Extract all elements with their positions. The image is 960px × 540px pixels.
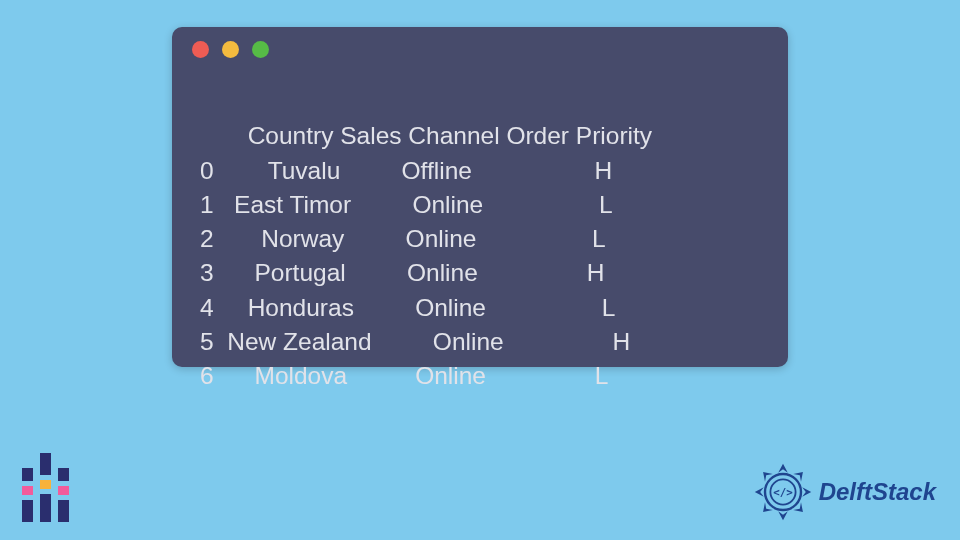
table-header: Country Sales Channel Order Priority <box>200 122 652 149</box>
brand-name: DelftStack <box>819 478 936 506</box>
svg-marker-1 <box>802 487 811 497</box>
table-row: 4 Honduras Online L <box>200 294 615 321</box>
close-icon[interactable] <box>192 41 209 58</box>
svg-marker-2 <box>778 511 788 520</box>
table-row: 1 East Timor Online L <box>200 191 613 218</box>
gear-icon: </> <box>753 462 813 522</box>
terminal-window: Country Sales Channel Order Priority 0 T… <box>172 27 788 367</box>
svg-marker-3 <box>754 487 763 497</box>
table-row: 3 Portugal Online H <box>200 259 604 286</box>
bars-logo-icon <box>22 453 69 522</box>
maximize-icon[interactable] <box>252 41 269 58</box>
table-row: 2 Norway Online L <box>200 225 606 252</box>
terminal-output: Country Sales Channel Order Priority 0 T… <box>172 71 788 394</box>
table-row: 0 Tuvalu Offline H <box>200 157 612 184</box>
table-row: 5 New Zealand Online H <box>200 328 630 355</box>
svg-text:</>: </> <box>773 486 793 499</box>
minimize-icon[interactable] <box>222 41 239 58</box>
svg-marker-0 <box>778 464 788 473</box>
window-title-bar <box>172 27 788 71</box>
table-row: 6 Moldova Online L <box>200 362 609 389</box>
brand-logo: </> DelftStack <box>753 462 936 522</box>
